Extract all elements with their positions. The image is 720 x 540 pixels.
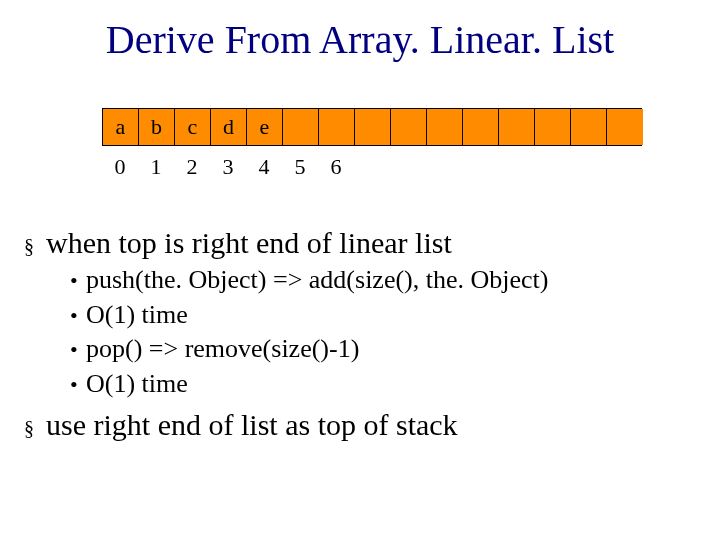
array-index: 4: [246, 154, 282, 180]
array-index-row: 0 1 2 3 4 5 6: [102, 154, 642, 180]
bullet-text: pop() => remove(size()-1): [86, 333, 696, 366]
array-index: 3: [210, 154, 246, 180]
array-cell: [463, 109, 499, 145]
array-cell: [607, 109, 643, 145]
square-bullet-icon: §: [24, 230, 46, 262]
bullet-level1: § use right end of list as top of stack: [24, 406, 696, 444]
array-cell: d: [211, 109, 247, 145]
array-cell: [391, 109, 427, 145]
bullet-level2: • pop() => remove(size()-1): [70, 333, 696, 366]
bullet-text: push(the. Object) => add(size(), the. Ob…: [86, 264, 696, 297]
dot-bullet-icon: •: [70, 336, 86, 364]
bullet-text: when top is right end of linear list: [46, 224, 696, 262]
array-index: 0: [102, 154, 138, 180]
array-cell: [283, 109, 319, 145]
slide-body: § when top is right end of linear list •…: [24, 218, 696, 444]
bullet-level2: • push(the. Object) => add(size(), the. …: [70, 264, 696, 297]
array-cell: [571, 109, 607, 145]
slide: Derive From Array. Linear. List a b c d …: [0, 0, 720, 540]
array-cell: [427, 109, 463, 145]
bullet-level2: • O(1) time: [70, 368, 696, 401]
array-cell: c: [175, 109, 211, 145]
array-cell: a: [103, 109, 139, 145]
square-bullet-icon: §: [24, 412, 46, 444]
dot-bullet-icon: •: [70, 267, 86, 295]
bullet-level1: § when top is right end of linear list: [24, 224, 696, 262]
bullet-text: O(1) time: [86, 299, 696, 332]
array-index: 2: [174, 154, 210, 180]
array-index: 5: [282, 154, 318, 180]
array-index: 1: [138, 154, 174, 180]
array-cell: [355, 109, 391, 145]
bullet-text: O(1) time: [86, 368, 696, 401]
array-cell: b: [139, 109, 175, 145]
array-cell: [535, 109, 571, 145]
array-cell: e: [247, 109, 283, 145]
array-cells-row: a b c d e: [102, 108, 642, 146]
slide-title: Derive From Array. Linear. List: [0, 16, 720, 63]
dot-bullet-icon: •: [70, 371, 86, 399]
bullet-text: use right end of list as top of stack: [46, 406, 696, 444]
dot-bullet-icon: •: [70, 302, 86, 330]
array-cell: [319, 109, 355, 145]
array-cell: [499, 109, 535, 145]
array-diagram: a b c d e 0 1 2 3 4 5 6: [102, 108, 642, 180]
array-index: 6: [318, 154, 354, 180]
bullet-level2: • O(1) time: [70, 299, 696, 332]
